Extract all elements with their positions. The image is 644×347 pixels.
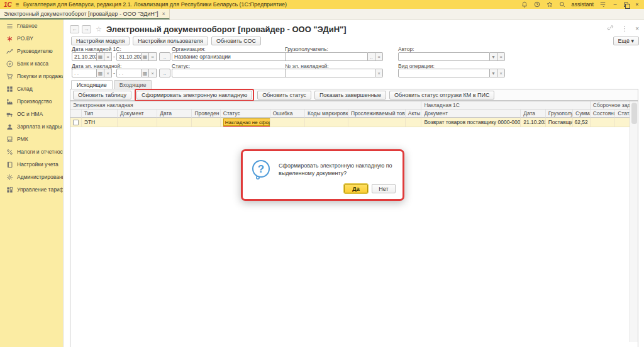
vertical-scrollbar-thumb[interactable]: [631, 103, 637, 124]
module-settings-button[interactable]: Настройки модуля: [71, 37, 130, 45]
edate-to-input[interactable]: . .: [116, 69, 142, 77]
clear-icon[interactable]: ×: [149, 69, 157, 77]
confirmation-dialog: ? Сформировать электронную накладную по …: [243, 152, 402, 198]
cell-1c-consignee[interactable]: Поставщик.: [546, 118, 573, 127]
dialog-message: Сформировать электронную накладную по вы…: [279, 158, 397, 186]
author-input[interactable]: [398, 52, 490, 61]
table-group-header-row: Электронная накладная Накладная 1С Сборо…: [70, 101, 630, 110]
opkind-input[interactable]: [398, 69, 490, 77]
form-more-menu-icon[interactable]: ⋮: [621, 25, 628, 32]
organization-label: Организация:: [172, 46, 206, 52]
refresh-sos-button[interactable]: Обновить СОС: [211, 37, 261, 45]
no-button[interactable]: Нет: [372, 184, 396, 193]
cell-acts[interactable]: [406, 118, 422, 127]
cell-assembly-status[interactable]: [615, 118, 630, 127]
notifications-bell-icon[interactable]: [521, 1, 528, 8]
cell-1c-date[interactable]: 21.10.2025: [521, 118, 545, 127]
dropdown-icon[interactable]: ▾: [490, 52, 497, 61]
create-e-waybill-button[interactable]: Сформировать электронную накладную: [136, 91, 252, 100]
enumber-input[interactable]: [285, 69, 375, 77]
cell-date[interactable]: [157, 118, 192, 127]
date-1c-to-input[interactable]: 31.10.2025: [116, 52, 142, 61]
sidebar-item-os-i-nma[interactable]: ОС и НМА: [0, 108, 63, 120]
sidebar-item-nalogi-i-otchetnost[interactable]: Налоги и отчетность: [0, 145, 63, 158]
group-assembly-task: Сборочное задание: [591, 101, 630, 110]
cell-status[interactable]: Накладная не сформирована: [221, 118, 270, 127]
sidebar-item-po-by[interactable]: PO.BY: [0, 32, 63, 45]
clear-icon[interactable]: ×: [104, 52, 112, 61]
history-icon[interactable]: [533, 1, 540, 8]
calendar-icon[interactable]: ▦: [97, 52, 104, 61]
sidebar-item-zarplata-i-kadry[interactable]: Зарплата и кадры: [0, 120, 63, 133]
more-button[interactable]: Ещё ▾: [613, 37, 639, 45]
period-choose-button[interactable]: ..: [159, 52, 170, 61]
sidebar-item-proizvodstvo[interactable]: Производство: [0, 95, 63, 108]
show-completed-button[interactable]: Показать завершенные: [314, 91, 386, 100]
table-row[interactable]: ЭТН Накладная не сформирована Возврат то…: [70, 118, 630, 127]
sidebar-item-rmk[interactable]: РМК: [0, 133, 63, 145]
form-close-icon[interactable]: ×: [635, 25, 639, 32]
favorites-star-icon[interactable]: [546, 1, 553, 8]
main-menu-icon[interactable]: ≡: [16, 1, 19, 8]
get-link-icon[interactable]: [607, 25, 614, 32]
date-1c-from-input[interactable]: 21.10.2025: [72, 52, 97, 61]
cell-document[interactable]: [118, 118, 157, 127]
sidebar-item-nastroyki-ucheta[interactable]: Настройки учета: [0, 158, 63, 171]
tab-close-icon[interactable]: ×: [162, 11, 165, 17]
sidebar-item-pokupki-i-prodazhi[interactable]: Покупки и продажи: [0, 70, 63, 82]
back-button[interactable]: ←: [70, 25, 79, 33]
consignee-input[interactable]: [285, 52, 368, 61]
window-close-button[interactable]: ×: [634, 1, 640, 8]
clear-icon[interactable]: ×: [375, 69, 383, 77]
yes-button[interactable]: Да: [344, 184, 368, 193]
maximize-button[interactable]: [624, 3, 628, 7]
group-electronic-waybill: Электронная накладная: [70, 101, 421, 110]
cell-1c-sum[interactable]: 62,52: [573, 118, 591, 127]
refresh-km-shipment-status-button[interactable]: Обновить статус отгрузки КМ в ПИС: [389, 91, 494, 100]
cell-error[interactable]: [270, 118, 305, 127]
clear-icon[interactable]: ×: [149, 52, 157, 61]
vertical-scrollbar[interactable]: [630, 101, 638, 342]
author-label: Автор:: [398, 46, 414, 52]
calendar-icon[interactable]: ▦: [142, 69, 149, 77]
sidebar-item-bank-i-kassa[interactable]: P Банк и касса: [0, 57, 63, 70]
cell-traceable-goods[interactable]: [348, 118, 406, 127]
table-header-row: Тип Документ Дата Проведен Статус Ошибка…: [70, 110, 630, 118]
refresh-table-button[interactable]: Обновить таблицу: [73, 91, 131, 100]
tab-incoming[interactable]: Входящие: [114, 80, 152, 89]
period-choose-button[interactable]: ..: [159, 69, 170, 77]
sidebar-item-glavnoe[interactable]: Главное: [0, 20, 63, 32]
sidebar-item-sklad[interactable]: Склад: [0, 82, 63, 95]
book-icon: [6, 161, 13, 168]
cell-1c-document[interactable]: Возврат товаров поставщику 0000-000003 о…: [421, 118, 521, 127]
consignee-label: Грузополучатель:: [285, 46, 328, 52]
clear-icon[interactable]: ×: [497, 69, 505, 77]
dropdown-icon[interactable]: ▾: [490, 69, 497, 77]
tab-electronic-document-flow[interactable]: Электронный документооборот [провайдер -…: [0, 9, 170, 20]
calendar-icon[interactable]: ▦: [97, 69, 104, 77]
group-waybill-1c: Накладная 1С: [421, 101, 590, 110]
tab-outgoing[interactable]: Исходящие: [71, 80, 113, 89]
favorite-star-icon[interactable]: ☆: [96, 25, 102, 33]
sidebar-item-administrirovanie[interactable]: Администрирование: [0, 171, 63, 183]
clear-icon[interactable]: ×: [497, 52, 505, 61]
clear-icon[interactable]: ×: [375, 52, 383, 61]
refresh-status-button[interactable]: Обновить статус: [257, 91, 311, 100]
choose-icon[interactable]: ..: [368, 52, 375, 61]
calendar-icon[interactable]: ▦: [142, 52, 149, 61]
cell-marking-codes[interactable]: [305, 118, 348, 127]
view-settings-icon[interactable]: [599, 1, 606, 8]
forward-button[interactable]: →: [82, 25, 91, 33]
user-name-label[interactable]: assistant: [571, 1, 594, 8]
minimize-button[interactable]: –: [612, 1, 618, 8]
sidebar-item-upravlenie-tarifom[interactable]: Управление тарифом: [0, 183, 63, 196]
search-icon[interactable]: [558, 1, 565, 8]
clear-icon[interactable]: ×: [104, 69, 112, 77]
edate-from-input[interactable]: . .: [72, 69, 97, 77]
cell-assembly-state[interactable]: [591, 118, 615, 127]
cell-type[interactable]: ЭТН: [82, 118, 118, 127]
cell-posted[interactable]: [192, 118, 220, 127]
sidebar-item-rukovoditelyu[interactable]: Руководителю: [0, 45, 63, 57]
user-settings-button[interactable]: Настройки пользователя: [133, 37, 208, 45]
row-checkbox[interactable]: [73, 120, 79, 125]
